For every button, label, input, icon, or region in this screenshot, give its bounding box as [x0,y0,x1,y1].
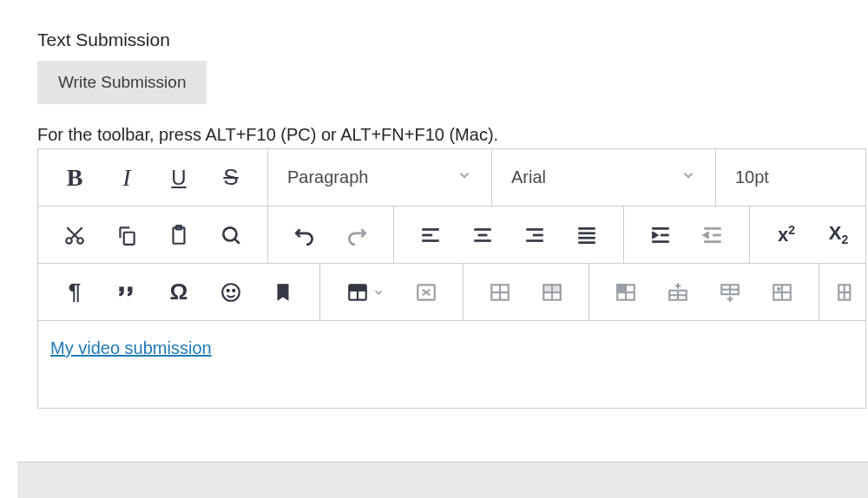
bookmark-button[interactable] [257,265,309,320]
svg-point-0 [66,238,72,244]
align-justify-button[interactable] [561,207,613,263]
fontsize-dropdown[interactable]: 10pt [716,149,855,206]
delete-row-button[interactable] [756,265,808,320]
toolbar-hint-text: For the toolbar, press ALT+F10 (PC) or A… [37,125,868,145]
underline-button[interactable]: U [153,150,205,206]
paragraph-dropdown-label: Paragraph [287,167,368,187]
chevron-down-icon [681,167,696,187]
clipboard-group [38,206,268,263]
table-edit-group [589,264,819,320]
svg-rect-4 [124,232,135,244]
write-submission-button[interactable]: Write Submission [37,61,207,104]
italic-button[interactable]: I [101,150,153,206]
table-row-props-button[interactable] [526,265,578,320]
special-char-button[interactable]: Ω [153,265,205,320]
indent-group [624,206,750,263]
align-left-button[interactable] [404,207,457,263]
section-title: Text Submission [37,29,868,50]
font-dropdown-label: Arial [511,167,546,187]
redo-button[interactable] [331,207,383,263]
undo-redo-group [268,206,394,263]
content-link[interactable]: My video submission [50,338,212,357]
superscript-button[interactable]: x2 [760,207,812,263]
find-button[interactable] [205,207,257,263]
bold-button[interactable]: B [49,150,101,206]
chevron-down-icon [372,286,385,298]
undo-button[interactable] [279,207,331,263]
subscript-button[interactable]: X2 [812,207,865,263]
fontsize-dropdown-label: 10pt [735,167,769,187]
align-center-button[interactable] [457,207,509,263]
insert-table-button[interactable] [331,265,400,320]
svg-point-28 [222,284,240,301]
svg-point-7 [223,227,236,240]
insert-row-below-button[interactable] [704,265,756,320]
svg-rect-34 [349,285,366,291]
toolbar-row-3: ¶ Ω [38,264,865,321]
editor-wrapper: B I U S Paragraph Arial 10pt [37,148,866,409]
align-group [394,206,624,263]
bottom-status-bar [17,462,868,498]
delete-table-button[interactable] [400,265,452,320]
chevron-down-icon [457,167,472,187]
quote-button[interactable] [101,265,153,320]
svg-line-8 [234,239,239,243]
toolbar-row-1: B I U S Paragraph Arial 10pt [38,149,865,206]
indent-button[interactable] [635,207,687,263]
text-style-group: B I U S [38,149,268,206]
insert-group: ¶ Ω [38,264,320,320]
outdent-button[interactable] [687,207,739,263]
table-props-button[interactable] [474,265,526,320]
emoji-button[interactable] [205,265,257,320]
editor-content[interactable]: My video submission [38,321,865,408]
table-cell-button[interactable] [600,265,652,320]
cut-button[interactable] [49,207,101,263]
copy-button[interactable] [101,207,153,263]
script-group: x2 X2 [750,206,868,263]
toolbar-row-2: x2 X2 [38,206,865,264]
table-col-group [819,264,865,320]
table-insert-group [320,264,464,320]
svg-point-30 [233,289,234,291]
paragraph-dropdown[interactable]: Paragraph [268,149,492,206]
svg-rect-44 [543,285,561,292]
svg-point-29 [227,289,229,291]
svg-rect-48 [617,285,626,292]
table-cell-group [464,264,589,320]
strikethrough-button[interactable]: S [205,150,257,206]
insert-col-button[interactable] [830,265,865,320]
paste-button[interactable] [153,207,205,263]
align-right-button[interactable] [509,207,561,263]
svg-point-1 [77,238,83,244]
font-dropdown[interactable]: Arial [492,149,716,206]
paragraph-mark-button[interactable]: ¶ [49,265,101,320]
insert-row-above-button[interactable] [652,265,704,320]
